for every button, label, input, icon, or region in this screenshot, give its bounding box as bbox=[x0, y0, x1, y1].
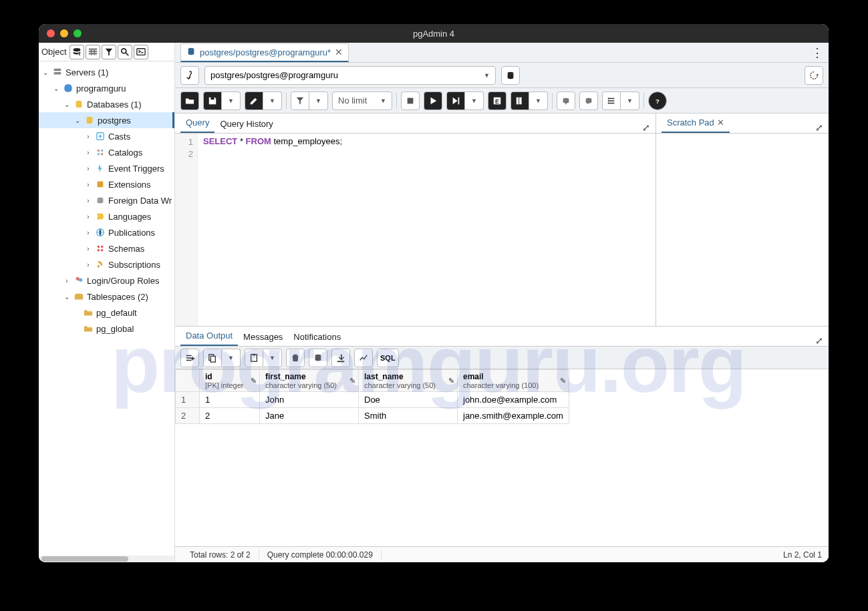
tree-fdw[interactable]: ›Foreign Data Wr bbox=[39, 192, 174, 208]
delete-row-icon[interactable] bbox=[286, 349, 305, 367]
edit-col-icon[interactable]: ✎ bbox=[349, 377, 355, 385]
publications-icon bbox=[95, 227, 106, 238]
scroll-thumb[interactable] bbox=[41, 556, 128, 562]
edit-icon[interactable] bbox=[245, 91, 263, 110]
stop-icon[interactable] bbox=[401, 91, 420, 110]
data-grid[interactable]: id[PK] integer✎ first_namecharacter vary… bbox=[175, 369, 829, 546]
svg-rect-23 bbox=[408, 97, 414, 104]
graph-icon[interactable] bbox=[354, 349, 373, 367]
minimize-window[interactable] bbox=[60, 29, 68, 37]
limit-dropdown[interactable]: No limit▼ bbox=[332, 91, 392, 110]
tree-schemas[interactable]: ›Schemas bbox=[39, 240, 174, 256]
scratch-pad-area[interactable] bbox=[656, 134, 829, 326]
app-window: pgAdmin 4 Object ⌄Servers (1) ⌄programgu… bbox=[39, 24, 829, 562]
tab-query[interactable]: Query bbox=[180, 114, 214, 133]
reset-layout-icon[interactable] bbox=[805, 66, 823, 85]
close-window[interactable] bbox=[47, 29, 55, 37]
kebab-menu-icon[interactable]: ⋮ bbox=[811, 45, 823, 60]
tab-close-icon[interactable]: ✕ bbox=[335, 47, 343, 57]
save-icon[interactable] bbox=[203, 91, 222, 110]
explain-icon[interactable] bbox=[446, 91, 465, 110]
query-tool-icon[interactable] bbox=[69, 45, 84, 59]
col-id[interactable]: id[PK] integer✎ bbox=[200, 370, 260, 392]
sql-editor[interactable]: 12 SELECT * FROM temp_employees; bbox=[175, 134, 656, 326]
maximize-window[interactable] bbox=[74, 29, 82, 37]
tab-scratch-pad[interactable]: Scratch Pad✕ bbox=[662, 114, 730, 133]
sql-view-button[interactable]: SQL bbox=[377, 349, 399, 367]
svg-text:?: ? bbox=[656, 97, 660, 104]
copy-icon[interactable] bbox=[203, 349, 222, 367]
query-toolbar: ▼ ▼ ▼ No limit▼ ▼ E ▼ ▼ ? bbox=[175, 88, 829, 114]
filter-rows-icon[interactable] bbox=[102, 45, 116, 59]
macros-dropdown[interactable]: ▼ bbox=[621, 91, 639, 110]
expand-scratch-icon[interactable]: ⤢ bbox=[815, 122, 823, 133]
scratch-close-icon[interactable]: ✕ bbox=[717, 118, 724, 128]
expand-results-icon[interactable]: ⤢ bbox=[815, 335, 823, 346]
psql-icon[interactable] bbox=[134, 45, 148, 59]
edit-col-icon[interactable]: ✎ bbox=[251, 377, 257, 385]
tab-data-output[interactable]: Data Output bbox=[180, 327, 238, 346]
col-first-name[interactable]: first_namecharacter varying (50)✎ bbox=[260, 370, 359, 392]
save-data-icon[interactable] bbox=[309, 349, 327, 367]
paste-dropdown[interactable]: ▼ bbox=[263, 349, 282, 367]
edit-col-icon[interactable]: ✎ bbox=[448, 377, 454, 385]
connection-dropdown[interactable]: postgres/postgres@programguru▼ bbox=[204, 66, 496, 85]
col-email[interactable]: emailcharacter varying (100)✎ bbox=[458, 370, 569, 392]
query-tab[interactable]: postgres/postgres@programguru* ✕ bbox=[180, 43, 349, 62]
open-file-icon[interactable] bbox=[180, 91, 199, 110]
save-dropdown[interactable]: ▼ bbox=[222, 91, 241, 110]
sidebar-scrollbar[interactable] bbox=[39, 556, 174, 562]
connection-status-icon[interactable] bbox=[180, 66, 199, 85]
edit-dropdown[interactable]: ▼ bbox=[263, 91, 282, 110]
macros-icon[interactable] bbox=[602, 91, 621, 110]
copy-dropdown[interactable]: ▼ bbox=[222, 349, 241, 367]
databases-icon bbox=[74, 99, 84, 110]
tree-subscriptions[interactable]: ›Subscriptions bbox=[39, 256, 174, 272]
filter-dropdown[interactable]: ▼ bbox=[309, 91, 328, 110]
tree-ts-global[interactable]: pg_global bbox=[39, 321, 174, 337]
status-cursor-pos: Ln 2, Col 1 bbox=[783, 550, 822, 560]
search-icon[interactable] bbox=[118, 45, 132, 59]
tree-event-triggers[interactable]: ›Event Triggers bbox=[39, 160, 174, 176]
tree-casts[interactable]: ›Casts bbox=[39, 128, 174, 144]
explain-options-dropdown[interactable]: ▼ bbox=[529, 91, 548, 110]
tree-login-roles[interactable]: ›Login/Group Roles bbox=[39, 272, 174, 288]
tree-tablespaces[interactable]: ⌄Tablespaces (2) bbox=[39, 288, 174, 304]
rollback-icon[interactable] bbox=[579, 91, 598, 110]
tab-bar: postgres/postgres@programguru* ✕ ⋮ bbox=[175, 43, 829, 63]
tree-server[interactable]: ⌄programguru bbox=[39, 80, 174, 96]
tree-catalogs[interactable]: ›Catalogs bbox=[39, 144, 174, 160]
download-icon[interactable] bbox=[331, 349, 350, 367]
explain-dropdown[interactable]: ▼ bbox=[465, 91, 484, 110]
tree-db-postgres[interactable]: ⌄postgres bbox=[39, 112, 174, 128]
svg-point-16 bbox=[98, 249, 100, 252]
explain-options-icon[interactable] bbox=[511, 91, 529, 110]
catalogs-icon bbox=[95, 147, 106, 158]
tab-query-history[interactable]: Query History bbox=[214, 115, 278, 133]
window-controls bbox=[47, 29, 82, 37]
tab-messages[interactable]: Messages bbox=[238, 328, 288, 346]
commit-icon[interactable] bbox=[557, 91, 575, 110]
svg-point-29 bbox=[586, 97, 592, 100]
object-tree[interactable]: ⌄Servers (1) ⌄programguru ⌄Databases (1)… bbox=[39, 61, 174, 556]
new-connection-icon[interactable] bbox=[501, 66, 520, 85]
expand-editor-icon[interactable]: ⤢ bbox=[642, 122, 650, 133]
view-data-icon[interactable] bbox=[86, 45, 100, 59]
table-row[interactable]: 22JaneSmithjane.smith@example.com bbox=[176, 408, 569, 424]
tree-servers[interactable]: ⌄Servers (1) bbox=[39, 64, 174, 80]
tree-ts-default[interactable]: pg_default bbox=[39, 304, 174, 321]
table-row[interactable]: 11JohnDoejohn.doe@example.com bbox=[176, 392, 569, 408]
col-last-name[interactable]: last_namecharacter varying (50)✎ bbox=[359, 370, 458, 392]
execute-icon[interactable] bbox=[424, 91, 442, 110]
filter-icon[interactable] bbox=[291, 91, 309, 110]
tree-extensions[interactable]: ›Extensions bbox=[39, 176, 174, 192]
tree-databases[interactable]: ⌄Databases (1) bbox=[39, 96, 174, 112]
tree-publications[interactable]: ›Publications bbox=[39, 224, 174, 240]
add-row-icon[interactable] bbox=[180, 349, 199, 367]
tree-languages[interactable]: ›Languages bbox=[39, 208, 174, 224]
edit-col-icon[interactable]: ✎ bbox=[560, 377, 566, 385]
paste-icon[interactable] bbox=[245, 349, 263, 367]
tab-notifications[interactable]: Notifications bbox=[288, 328, 346, 346]
help-icon[interactable]: ? bbox=[648, 91, 667, 110]
explain-analyze-icon[interactable]: E bbox=[488, 91, 507, 110]
